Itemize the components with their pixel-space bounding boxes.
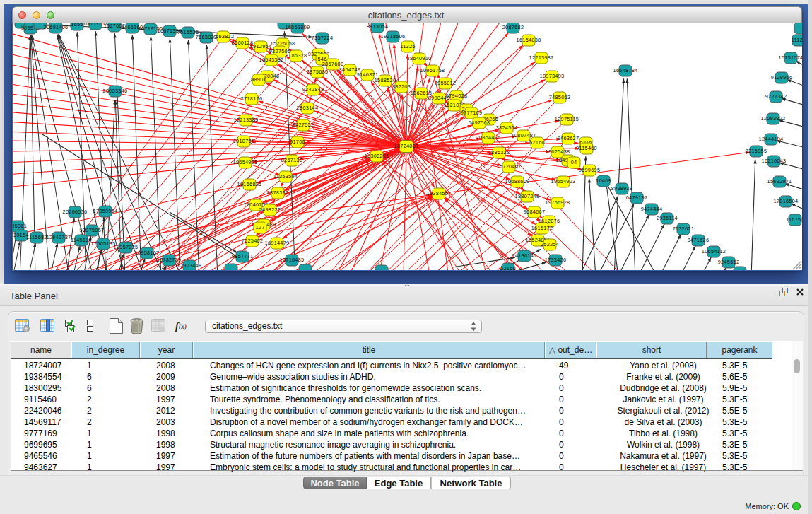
svg-text:20053346: 20053346 xyxy=(103,88,128,94)
svg-text:9245652: 9245652 xyxy=(718,259,740,265)
svg-text:9115460: 9115460 xyxy=(576,145,597,151)
svg-text:9227342: 9227342 xyxy=(765,93,787,100)
svg-text:116753: 116753 xyxy=(786,216,802,223)
svg-text:882203: 882203 xyxy=(392,83,411,90)
svg-text:9474444: 9474444 xyxy=(641,206,663,212)
svg-text:15751074: 15751074 xyxy=(779,54,802,61)
svg-text:2718126: 2718126 xyxy=(241,95,263,102)
svg-text:2935114: 2935114 xyxy=(657,215,678,221)
svg-text:8215955: 8215955 xyxy=(746,148,767,154)
svg-text:19384554: 19384554 xyxy=(427,190,452,197)
svg-text:10958107: 10958107 xyxy=(135,250,160,256)
svg-text:18300295: 18300295 xyxy=(365,153,389,159)
svg-text:10688609: 10688609 xyxy=(505,178,530,185)
svg-text:9699695: 9699695 xyxy=(579,167,601,173)
svg-text:16914479: 16914479 xyxy=(265,240,290,246)
svg-text:11353594: 11353594 xyxy=(273,173,298,180)
svg-text:1655: 1655 xyxy=(71,23,83,28)
svg-text:10961758: 10961758 xyxy=(420,67,445,74)
svg-text:18807249: 18807249 xyxy=(515,193,540,199)
svg-text:7357224: 7357224 xyxy=(312,35,334,41)
svg-text:127: 127 xyxy=(255,224,264,230)
svg-text:8938928: 8938928 xyxy=(611,185,633,192)
svg-text:6479197: 6479197 xyxy=(626,194,648,201)
svg-text:8813054: 8813054 xyxy=(367,23,389,30)
svg-text:16648784: 16648784 xyxy=(613,67,638,74)
svg-text:20691406: 20691406 xyxy=(44,24,69,30)
svg-text:12213987: 12213987 xyxy=(529,54,554,61)
svg-text:11123: 11123 xyxy=(792,37,802,43)
svg-text:12444194: 12444194 xyxy=(759,136,784,142)
svg-text:6794028: 6794028 xyxy=(446,93,468,99)
svg-text:3824554: 3824554 xyxy=(496,124,518,131)
svg-text:2087682: 2087682 xyxy=(502,24,524,30)
svg-text:16053809: 16053809 xyxy=(286,24,310,30)
svg-text:7632621: 7632621 xyxy=(673,226,695,232)
svg-text:7625402: 7625402 xyxy=(242,238,264,244)
svg-text:8427552: 8427552 xyxy=(293,122,314,128)
svg-text:1010755: 1010755 xyxy=(233,138,255,144)
svg-text:7485063: 7485063 xyxy=(549,94,571,100)
svg-text:8186328: 8186328 xyxy=(286,52,307,59)
svg-text:98901: 98901 xyxy=(251,76,266,83)
svg-text:8267130: 8267130 xyxy=(281,157,303,163)
svg-text:1115682: 1115682 xyxy=(26,234,47,240)
svg-text:12093822: 12093822 xyxy=(761,115,786,122)
svg-text:7955812: 7955812 xyxy=(435,80,457,86)
svg-text:16154838: 16154838 xyxy=(517,37,541,43)
svg-text:1588520: 1588520 xyxy=(375,77,396,83)
svg-text:17359914: 17359914 xyxy=(93,208,118,214)
svg-text:2803144: 2803144 xyxy=(297,105,319,111)
svg-text:735061: 735061 xyxy=(13,223,27,229)
svg-text:1145194: 1145194 xyxy=(71,237,92,243)
svg-text:8912954: 8912954 xyxy=(250,43,272,49)
svg-text:9463627: 9463627 xyxy=(558,135,579,141)
svg-text:(x): (x) xyxy=(179,323,187,331)
svg-text:12923448: 12923448 xyxy=(177,262,202,269)
svg-text:18640910: 18640910 xyxy=(407,55,432,62)
svg-text:5498222: 5498222 xyxy=(259,206,281,213)
svg-text:17016504: 17016504 xyxy=(774,198,799,204)
svg-text:9129966: 9129966 xyxy=(771,74,793,81)
svg-text:19166825: 19166825 xyxy=(237,181,262,187)
svg-text:16210643: 16210643 xyxy=(762,158,787,164)
svg-text:9777169: 9777169 xyxy=(461,110,483,116)
svg-text:15720407: 15720407 xyxy=(497,163,522,170)
svg-text:62160: 62160 xyxy=(500,265,516,270)
svg-text:19218506: 19218506 xyxy=(381,33,406,40)
svg-text:12942737: 12942737 xyxy=(47,234,71,240)
svg-text:16409: 16409 xyxy=(596,177,611,184)
svg-text:04: 04 xyxy=(571,159,577,165)
svg-text:252254: 252254 xyxy=(541,241,559,247)
svg-text:15692971: 15692971 xyxy=(767,178,792,185)
svg-text:20364436: 20364436 xyxy=(476,134,501,141)
svg-text:10025438: 10025438 xyxy=(546,148,570,155)
svg-text:7663822: 7663822 xyxy=(213,33,235,40)
svg-text:16543382: 16543382 xyxy=(259,57,284,63)
svg-text:15716485: 15716485 xyxy=(280,257,305,263)
svg-text:3875685: 3875685 xyxy=(307,69,329,75)
svg-text:9242848: 9242848 xyxy=(302,86,324,93)
svg-text:19654925: 19654925 xyxy=(233,159,258,165)
svg-text:1733426: 1733426 xyxy=(545,257,567,263)
svg-text:12505135: 12505135 xyxy=(91,240,116,247)
svg-text:1615172: 1615172 xyxy=(531,225,553,231)
svg-text:9684067: 9684067 xyxy=(524,209,546,215)
svg-text:10654112: 10654112 xyxy=(702,248,726,255)
svg-text:6497568: 6497568 xyxy=(469,119,490,126)
svg-text:9857771: 9857771 xyxy=(232,253,254,259)
svg-text:19654923: 19654923 xyxy=(551,178,576,185)
svg-text:11325: 11325 xyxy=(400,43,415,49)
svg-text:8878332: 8878332 xyxy=(267,189,289,196)
svg-text:12975115: 12975115 xyxy=(555,116,579,122)
svg-text:20206536: 20206536 xyxy=(63,209,88,215)
svg-text:14136141: 14136141 xyxy=(512,252,537,259)
svg-text:10973493: 10973493 xyxy=(540,73,565,79)
svg-text:18724007: 18724007 xyxy=(394,143,419,149)
svg-text:62160: 62160 xyxy=(529,139,545,146)
svg-text:19756928: 19756928 xyxy=(546,199,570,206)
svg-text:91700: 91700 xyxy=(290,139,305,145)
svg-text:93975867: 93975867 xyxy=(80,227,105,233)
svg-text:7886322: 7886322 xyxy=(488,149,510,156)
svg-text:12213389: 12213389 xyxy=(234,117,259,123)
